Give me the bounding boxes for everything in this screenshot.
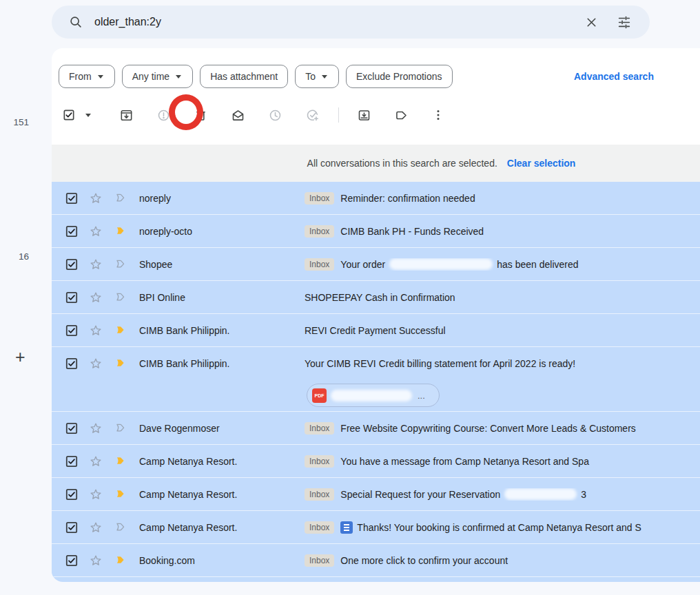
importance-marker-important[interactable] <box>114 225 127 238</box>
subject-text: Free Website Copywriting Course: Convert… <box>340 423 635 434</box>
importance-marker[interactable] <box>114 521 127 534</box>
advanced-search-link[interactable]: Advanced search <box>574 71 654 82</box>
subject-zone: REVI Credit Payment Successful <box>305 325 700 336</box>
select-dropdown-caret[interactable] <box>81 101 96 129</box>
subject-text: Reminder: confirmation needed <box>340 193 475 204</box>
star-icon[interactable] <box>89 258 103 271</box>
email-row[interactable]: Dave RogenmoserInboxFree Website Copywri… <box>52 412 700 445</box>
importance-marker-important[interactable] <box>114 455 127 468</box>
email-row[interactable]: CIMB Bank Philippin.REVI Credit Payment … <box>52 314 700 347</box>
row-checkbox[interactable] <box>65 554 78 567</box>
importance-marker[interactable] <box>114 258 127 271</box>
subject-text: Your CIMB REVI Credit billing statement … <box>305 358 575 369</box>
inbox-label-chip: Inbox <box>305 192 334 205</box>
delete-icon[interactable] <box>187 101 214 129</box>
archive-icon[interactable] <box>112 101 140 129</box>
importance-marker-important[interactable] <box>114 357 127 370</box>
email-row[interactable]: CIMB Bank Philippin.Your CIMB REVI Credi… <box>52 347 700 412</box>
redacted-text <box>389 258 493 270</box>
filter-chip-exclude-promotions[interactable]: Exclude Promotions <box>346 65 453 88</box>
subject-text: Your order <box>340 259 385 270</box>
filter-chip-to[interactable]: To <box>295 65 339 88</box>
sidebar-count-16: 16 <box>6 251 29 262</box>
filter-chip-has-attachment[interactable]: Has attachment <box>200 65 288 88</box>
star-icon[interactable] <box>89 455 103 468</box>
star-icon[interactable] <box>89 291 103 304</box>
hotel-emoji-icon <box>340 521 353 534</box>
star-icon[interactable] <box>89 324 103 337</box>
filter-chip-label: From <box>69 71 92 82</box>
row-checkbox[interactable] <box>65 225 78 238</box>
star-icon[interactable] <box>89 357 103 370</box>
add-to-tasks-icon[interactable] <box>298 101 326 129</box>
snooze-icon[interactable] <box>261 101 289 129</box>
search-bar[interactable]: older_than:2y <box>52 6 650 39</box>
email-row[interactable]: noreplyInboxReminder: confirmation neede… <box>52 182 700 215</box>
filter-chip-label: Any time <box>132 71 169 82</box>
star-icon[interactable] <box>89 225 103 238</box>
mark-unread-icon[interactable] <box>224 101 251 129</box>
subject-text: REVI Credit Payment Successful <box>305 325 446 336</box>
row-checkbox[interactable] <box>65 521 78 534</box>
subject-text: One more click to confirm your account <box>340 555 508 566</box>
filter-chip-from[interactable]: From <box>59 65 115 88</box>
star-icon[interactable] <box>89 488 103 501</box>
attachment-chip[interactable]: PDF... <box>307 384 440 407</box>
email-row[interactable]: Camp Netanya Resort.InboxThanks! Your bo… <box>52 511 700 544</box>
inbox-label-chip: Inbox <box>305 225 334 238</box>
importance-marker[interactable] <box>114 191 127 205</box>
row-checkbox[interactable] <box>65 422 78 435</box>
more-options-icon[interactable] <box>424 101 452 129</box>
email-row[interactable]: Booking.comInboxOne more click to confir… <box>52 544 700 577</box>
row-checkbox[interactable] <box>65 291 78 304</box>
clear-selection-link[interactable]: Clear selection <box>507 158 576 169</box>
labels-icon[interactable] <box>387 101 415 129</box>
subject-zone: InboxFree Website Copywriting Course: Co… <box>305 422 700 435</box>
subject-zone: InboxYour orderhas been delivered <box>305 258 700 271</box>
importance-marker[interactable] <box>114 291 127 304</box>
star-icon[interactable] <box>89 554 103 567</box>
subject-text: Thanks! Your booking is confirmed at Cam… <box>357 522 641 533</box>
search-results-card: FromAny timeHas attachmentToExclude Prom… <box>52 48 700 582</box>
search-icon[interactable] <box>64 10 88 34</box>
search-options-icon[interactable] <box>612 10 636 34</box>
inbox-label-chip: Inbox <box>305 521 334 534</box>
search-input[interactable]: older_than:2y <box>94 16 579 28</box>
subject-zone: InboxSpecial Request for your Reservatio… <box>305 488 700 501</box>
sender-name: Dave Rogenmoser <box>139 423 305 434</box>
row-checkbox[interactable] <box>65 258 78 271</box>
email-row[interactable]: Camp Netanya Resort.InboxYou have a mess… <box>52 445 700 478</box>
subject-text: CIMB Bank PH - Funds Received <box>340 226 484 237</box>
email-row[interactable]: ShopeeInboxYour orderhas been delivered <box>52 248 700 281</box>
star-icon[interactable] <box>89 191 103 205</box>
star-icon[interactable] <box>89 421 103 435</box>
sender-name: Booking.com <box>139 555 305 566</box>
toolbar-divider <box>338 107 339 123</box>
importance-marker-important[interactable] <box>114 488 127 501</box>
selection-banner: All conversations in this search are sel… <box>52 145 700 182</box>
importance-marker[interactable] <box>114 421 127 435</box>
row-checkbox[interactable] <box>65 324 78 337</box>
filter-chip-any-time[interactable]: Any time <box>122 65 193 88</box>
row-checkbox[interactable] <box>65 488 78 501</box>
filter-chip-label: Has attachment <box>210 71 278 82</box>
email-row[interactable]: noreply-octoInboxCIMB Bank PH - Funds Re… <box>52 215 700 248</box>
sidebar-count-151: 151 <box>6 117 29 127</box>
inbox-label-chip: Inbox <box>305 488 334 501</box>
chevron-down-icon <box>174 72 183 81</box>
report-spam-icon[interactable] <box>150 101 177 129</box>
email-row[interactable]: BPI OnlineSHOPEEPAY Cash in Confirmation <box>52 281 700 314</box>
importance-marker-important[interactable] <box>114 554 127 567</box>
move-to-icon[interactable] <box>350 101 378 129</box>
email-row[interactable]: Camp Netanya Resort.InboxSpecial Request… <box>52 478 700 511</box>
subject-text: has been delivered <box>497 259 578 270</box>
subject-zone: SHOPEEPAY Cash in Confirmation <box>305 292 700 303</box>
row-checkbox[interactable] <box>65 192 78 205</box>
star-icon[interactable] <box>89 521 103 534</box>
clear-search-icon[interactable] <box>579 10 603 34</box>
select-all-checkbox[interactable] <box>59 101 79 129</box>
importance-marker-important[interactable] <box>114 324 127 337</box>
row-checkbox[interactable] <box>65 455 78 468</box>
sidebar-plus-button[interactable]: + <box>15 347 25 367</box>
row-checkbox[interactable] <box>65 357 78 370</box>
